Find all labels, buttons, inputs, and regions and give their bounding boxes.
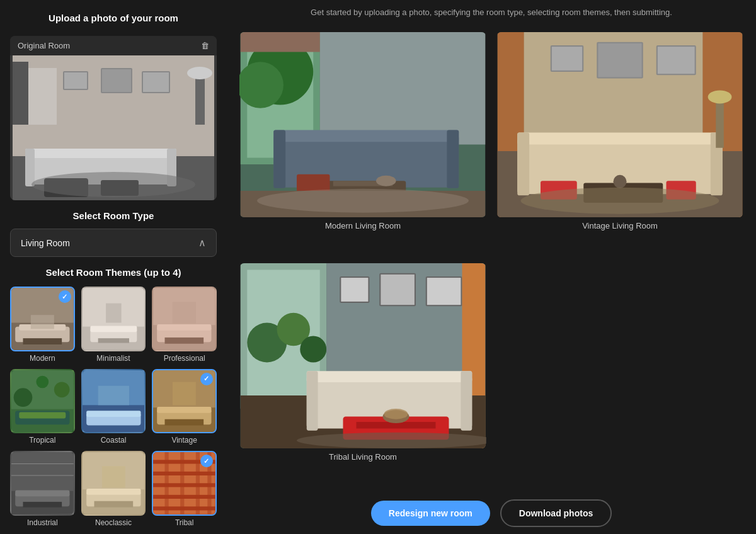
- svg-rect-78: [196, 452, 200, 514]
- svg-rect-49: [98, 385, 129, 405]
- svg-rect-34: [157, 324, 211, 331]
- svg-rect-55: [173, 382, 196, 405]
- svg-rect-59: [15, 491, 69, 497]
- theme-thumb-modern: ✓: [10, 287, 75, 351]
- svg-rect-35: [165, 338, 204, 344]
- svg-point-118: [708, 90, 732, 103]
- svg-point-18: [32, 172, 195, 197]
- svg-point-42: [36, 375, 49, 388]
- svg-rect-130: [381, 275, 415, 305]
- original-room-label: Original Room: [18, 41, 70, 50]
- check-badge-modern: ✓: [59, 290, 71, 303]
- svg-point-41: [54, 382, 70, 397]
- svg-rect-105: [598, 43, 641, 77]
- svg-rect-43: [19, 412, 66, 418]
- svg-rect-110: [517, 133, 723, 145]
- action-buttons-row: Redesign new room Download photos: [239, 494, 743, 527]
- svg-rect-8: [143, 72, 169, 92]
- svg-rect-29: [98, 338, 129, 343]
- theme-label-industrial: Industrial: [27, 518, 58, 527]
- room-type-title: Select Room Type: [10, 210, 217, 221]
- upload-area-header: Original Room 🗑: [10, 36, 217, 55]
- room-image-container[interactable]: [10, 55, 217, 200]
- result-label-vintage-living: Vintage Living Room: [496, 221, 743, 230]
- check-badge-vintage: ✓: [200, 373, 213, 385]
- svg-rect-13: [25, 149, 176, 158]
- svg-rect-6: [102, 69, 131, 92]
- svg-rect-67: [94, 501, 133, 508]
- theme-item-tribal[interactable]: ✓ Tribal: [152, 451, 217, 527]
- theme-label-modern: Modern: [30, 354, 55, 363]
- svg-rect-30: [106, 304, 122, 323]
- theme-label-coastal: Coastal: [101, 436, 127, 445]
- theme-item-vintage[interactable]: ✓ Vintage: [152, 369, 217, 445]
- theme-item-tropical[interactable]: Tropical: [10, 369, 75, 445]
- theme-item-industrial[interactable]: Industrial: [10, 451, 75, 527]
- results-grid: Modern Living Room: [239, 32, 743, 484]
- svg-rect-57: [11, 452, 74, 491]
- svg-point-142: [384, 409, 408, 419]
- svg-rect-103: [552, 47, 582, 71]
- theme-label-tropical: Tropical: [29, 436, 55, 445]
- chevron-up-icon: ∧: [198, 237, 206, 249]
- theme-label-professional: Professional: [164, 354, 205, 363]
- result-item-modern-living: Modern Living Room: [239, 32, 486, 253]
- upload-section-title: Upload a photo of your room: [10, 13, 217, 23]
- theme-item-modern[interactable]: ✓ Modern: [10, 287, 75, 363]
- result-image-vintage-living: [496, 32, 743, 217]
- theme-thumb-professional: [152, 287, 217, 351]
- svg-point-143: [297, 433, 486, 448]
- result-image-tribal-living: [239, 263, 486, 448]
- theme-thumb-industrial: [10, 451, 75, 516]
- svg-rect-66: [86, 489, 140, 495]
- svg-rect-90: [447, 130, 459, 188]
- room-image: [10, 55, 217, 200]
- svg-rect-54: [165, 419, 204, 425]
- svg-rect-53: [157, 407, 211, 413]
- svg-rect-136: [307, 371, 472, 382]
- svg-rect-24: [31, 315, 54, 329]
- svg-rect-60: [23, 502, 62, 508]
- svg-point-119: [521, 188, 719, 214]
- redesign-button[interactable]: Redesign new room: [371, 501, 490, 526]
- svg-point-96: [257, 189, 469, 213]
- svg-rect-2: [13, 62, 28, 125]
- theme-item-professional[interactable]: Professional: [152, 287, 217, 363]
- theme-thumb-tribal: ✓: [152, 451, 217, 516]
- svg-rect-68: [101, 467, 125, 489]
- result-label-modern-living: Modern Living Room: [239, 221, 486, 230]
- theme-item-minimalist[interactable]: Minimalist: [81, 287, 146, 363]
- svg-rect-137: [307, 371, 318, 431]
- svg-point-116: [614, 175, 627, 188]
- room-type-section: Select Room Type Living Room ∧: [10, 210, 217, 257]
- theme-label-tribal: Tribal: [175, 518, 194, 527]
- svg-point-94: [376, 176, 396, 186]
- svg-rect-76: [165, 452, 169, 514]
- svg-rect-28: [90, 326, 137, 332]
- left-panel: Upload a photo of your room Original Roo…: [0, 0, 227, 534]
- selected-room-type: Living Room: [21, 238, 70, 248]
- theme-thumb-tropical: [10, 369, 75, 434]
- delete-icon[interactable]: 🗑: [201, 41, 209, 50]
- svg-point-40: [14, 388, 33, 407]
- themes-title: Select Room Themes (up to 4): [10, 267, 217, 278]
- theme-item-coastal[interactable]: Coastal: [81, 369, 146, 445]
- svg-rect-36: [173, 302, 196, 324]
- theme-thumb-neoclassic: [81, 451, 146, 516]
- svg-rect-107: [658, 47, 695, 74]
- svg-rect-128: [341, 278, 368, 302]
- svg-rect-23: [23, 338, 62, 344]
- svg-rect-9: [195, 74, 205, 125]
- theme-thumb-vintage: ✓: [152, 369, 217, 434]
- room-type-dropdown[interactable]: Living Room ∧: [10, 229, 217, 257]
- page-subtitle: Get started by uploading a photo, specif…: [239, 5, 743, 22]
- theme-item-neoclassic[interactable]: Neoclassic: [81, 451, 146, 527]
- svg-rect-111: [517, 133, 529, 196]
- svg-rect-14: [25, 149, 35, 186]
- download-button[interactable]: Download photos: [500, 499, 612, 527]
- result-image-modern-living: [239, 32, 486, 217]
- theme-thumb-coastal: [81, 369, 146, 434]
- right-panel: Get started by uploading a photo, specif…: [227, 0, 756, 534]
- svg-rect-85: [320, 32, 486, 145]
- svg-rect-89: [273, 130, 285, 188]
